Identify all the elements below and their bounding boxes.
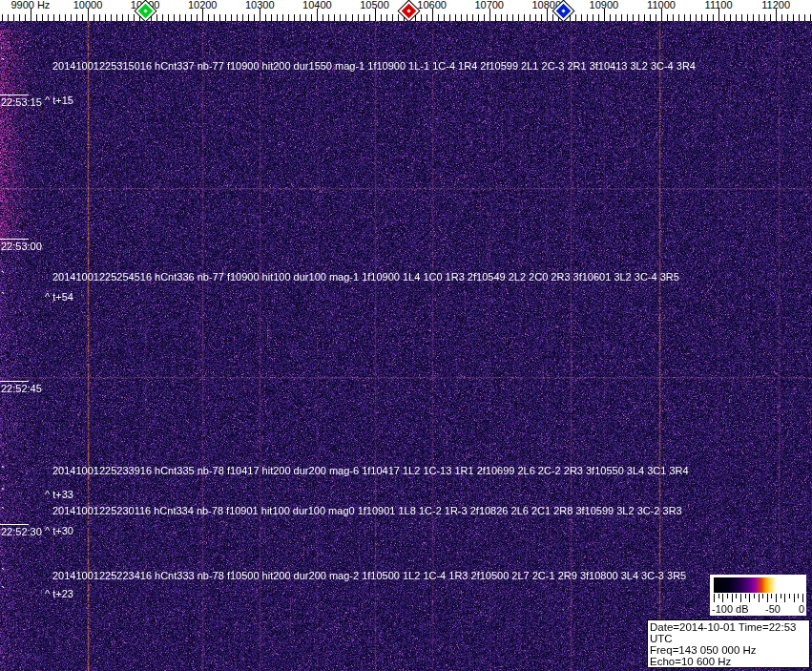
ruler-minor-tick: [421, 14, 422, 21]
ruler-minor-tick: [179, 14, 180, 21]
ruler-minor-tick: [507, 14, 508, 21]
time-offset-mark: ^ t+23: [45, 589, 73, 599]
ruler-minor-tick: [364, 14, 364, 21]
ruler-minor-tick: [501, 14, 502, 21]
ruler-minor-tick: [214, 14, 215, 21]
ruler-minor-tick: [134, 14, 135, 21]
ruler-minor-tick: [707, 14, 708, 21]
ruler-freq-label: 10000: [73, 0, 103, 10]
ruler-minor-tick: [570, 14, 571, 21]
ruler-minor-tick: [770, 14, 771, 21]
ruler-minor-tick: [392, 14, 393, 21]
ruler-minor-tick: [724, 14, 725, 21]
ruler-minor-tick: [300, 14, 301, 21]
time-label: 22:52:45: [1, 384, 42, 394]
ruler-minor-tick: [524, 14, 525, 21]
frequency-ruler[interactable]: 9900 Hz100001010010200103001040010500106…: [0, 0, 812, 21]
ruler-minor-tick: [128, 14, 129, 21]
ruler-minor-tick: [615, 14, 616, 21]
info-station: HPHK: [650, 667, 807, 671]
ruler-minor-tick: [334, 14, 335, 21]
ruler-minor-tick: [530, 14, 531, 21]
ruler-minor-tick: [8, 14, 9, 21]
ruler-minor-tick: [116, 14, 117, 21]
ruler-minor-tick: [48, 14, 49, 21]
event-log-line: 20141001225233916 hCnt335 nb-78 f10417 h…: [52, 466, 689, 476]
ruler-minor-tick: [541, 14, 542, 21]
ruler-minor-tick: [684, 14, 685, 21]
legend-label-mid: -50: [765, 604, 781, 615]
ruler-minor-tick: [381, 14, 382, 21]
ruler-minor-tick: [741, 14, 742, 21]
ruler-minor-tick: [237, 14, 238, 21]
event-edge-tick: `: [1, 586, 5, 597]
ruler-minor-tick: [518, 14, 519, 21]
event-edge-tick: `: [1, 58, 5, 69]
time-tick-line: [0, 381, 29, 382]
ruler-minor-tick: [328, 14, 329, 21]
ruler-minor-tick: [271, 14, 272, 21]
ruler-freq-label: 10300: [245, 0, 275, 10]
ruler-minor-tick: [610, 14, 611, 21]
ruler-freq-label: 11200: [761, 0, 790, 10]
ruler-minor-tick: [638, 14, 639, 21]
time-offset-mark: ^ t+30: [45, 526, 73, 536]
ruler-minor-tick: [162, 14, 163, 21]
ruler-minor-tick: [36, 14, 37, 21]
ruler-minor-tick: [701, 14, 702, 21]
legend-label-min: -100 dB: [712, 604, 749, 615]
ruler-minor-tick: [294, 14, 295, 21]
ruler-minor-tick: [358, 14, 359, 21]
ruler-minor-tick: [305, 14, 306, 21]
ruler-minor-tick: [598, 14, 599, 21]
ruler-minor-tick: [168, 14, 169, 21]
time-offset-mark: ^ t+33: [45, 490, 73, 500]
ruler-freq-label: 10500: [360, 0, 389, 10]
ruler-minor-tick: [753, 14, 754, 21]
ruler-minor-tick: [99, 14, 100, 21]
time-offset-mark: ^ t+54: [45, 292, 73, 303]
ruler-minor-tick: [311, 14, 312, 21]
ruler-minor-tick: [449, 14, 450, 21]
ruler-minor-tick: [587, 14, 588, 21]
ruler-freq-label: 10700: [474, 0, 504, 10]
ruler-minor-tick: [197, 14, 198, 21]
info-date-time: Date=2014-10-01 Time=22:53 UTC: [650, 621, 807, 644]
ruler-freq-label: 11000: [647, 0, 676, 10]
ruler-minor-tick: [352, 14, 353, 21]
event-edge-tick: `: [1, 271, 5, 282]
marker-diamond-red[interactable]: [399, 0, 419, 20]
ruler-minor-tick: [122, 14, 123, 21]
ruler-minor-tick: [288, 14, 289, 21]
ruler-minor-tick: [76, 14, 77, 21]
ruler-minor-tick: [2, 14, 3, 21]
ruler-minor-tick: [764, 14, 765, 21]
ruler-minor-tick: [713, 14, 714, 21]
ruler-minor-tick: [277, 14, 278, 21]
ruler-minor-tick: [650, 14, 651, 21]
ruler-minor-tick: [191, 14, 192, 21]
time-tick-line: [0, 524, 29, 525]
ruler-freq-label: 10400: [302, 0, 332, 10]
status-info-box: Date=2014-10-01 Time=22:53 UTC Freq=143 …: [647, 619, 810, 668]
event-log-line: 20141001225223416 hCnt333 nb-78 f10500 h…: [52, 571, 686, 581]
ruler-minor-tick: [386, 14, 387, 21]
time-offset-mark: ^ t+15: [45, 95, 73, 106]
ruler-minor-tick: [678, 14, 679, 21]
legend-label-max: 0: [799, 604, 804, 615]
event-log-line: 20141001225230116 hCnt334 nb-78 f10901 h…: [52, 506, 682, 516]
ruler-freq-label: 10600: [417, 0, 447, 10]
ruler-minor-tick: [111, 14, 112, 21]
event-edge-tick: `: [1, 488, 5, 498]
ruler-minor-tick: [231, 14, 232, 21]
ruler-minor-tick: [369, 14, 370, 21]
ruler-minor-tick: [82, 14, 83, 21]
marker-center-dot: [143, 9, 147, 12]
ruler-minor-tick: [444, 14, 445, 21]
ruler-minor-tick: [156, 14, 157, 21]
ruler-minor-tick: [552, 14, 553, 21]
color-gradient-bar: [714, 577, 802, 593]
event-log-line: 20141001225254516 hCnt336 nb-77 f10900 h…: [52, 272, 679, 283]
ruler-freq-label: 10900: [590, 0, 619, 10]
ruler-minor-tick: [730, 14, 731, 21]
